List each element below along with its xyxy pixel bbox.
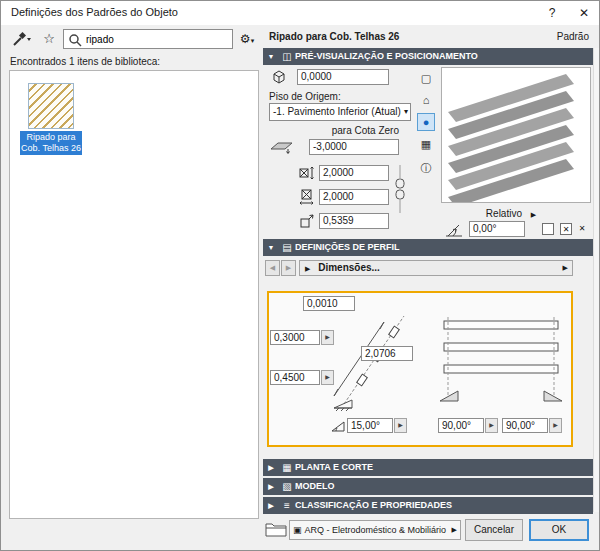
to-zero-label: para Cota Zero <box>301 125 399 136</box>
relative-label: Relativo <box>486 208 522 219</box>
elevation-field[interactable]: 0,0000 <box>297 69 389 85</box>
search-settings-button[interactable]: ⚙▾ <box>235 29 259 49</box>
preview-front-button[interactable]: ⌂ <box>417 91 435 109</box>
section-classification[interactable]: ▶≡CLASSIFICAÇÃO E PROPRIEDADES <box>263 497 593 514</box>
info-icon: ⓘ <box>421 162 432 174</box>
search-icon <box>68 33 82 47</box>
preview-info-button[interactable]: ⓘ <box>417 159 435 177</box>
list-item[interactable]: Ripado para Cob. Telhas 26 <box>10 71 258 161</box>
section-model[interactable]: ▶▧MODELO <box>263 478 593 495</box>
library-results-list[interactable]: Ripado para Cob. Telhas 26 <box>9 70 259 519</box>
home-story-select[interactable]: -1. Pavimento Inferior (Atual) ▾ <box>269 103 411 121</box>
preview-axo-button[interactable]: ▦ <box>417 135 435 153</box>
battens-preview-image <box>442 68 590 202</box>
slope-angle-field[interactable]: 15,00° <box>347 418 393 433</box>
library-item-name[interactable]: Ripado para Cob. Telhas 26 <box>20 131 82 155</box>
object-settings-dialog: Definições dos Padrões do Objeto ? ✕ ☆ ⚙… <box>0 0 600 551</box>
section-profile[interactable]: ▼▤DEFINIÇÕES DE PERFIL <box>263 239 593 256</box>
batten-spacing-field[interactable]: 0,4500 <box>270 370 320 385</box>
section-label: PRÉ-VISUALIZAÇÃO E POSICIONAMENTO <box>295 51 478 61</box>
classification-section-icon: ≡ <box>279 497 295 514</box>
section-preview-positioning[interactable]: ▼◫PRÉ-VISUALIZAÇÃO E POSICIONAMENTO <box>263 48 593 65</box>
collapse-arrow-icon: ▼ <box>263 48 279 65</box>
size-width-icon <box>299 189 315 205</box>
favorites-button[interactable]: ☆ <box>37 29 61 49</box>
window-title: Definições dos Padrões do Objeto <box>11 6 178 18</box>
collapse-arrow-icon: ▶ <box>263 478 279 495</box>
preview-3d-button[interactable]: ● <box>417 113 435 131</box>
section-plan-section[interactable]: ▶▦PLANTA E CORTE <box>263 459 593 476</box>
search-results-text: Encontrados 1 itens de biblioteca: <box>10 56 160 67</box>
gear-icon: ⚙ <box>240 32 251 46</box>
model-section-icon: ▧ <box>279 478 295 495</box>
chevron-down-icon: ▾ <box>404 104 408 120</box>
front-view-icon: ⌂ <box>423 94 430 106</box>
library-folder-select[interactable]: ▣ARQ - Eletrodoméstico & Mobiliário ▶ <box>289 520 461 540</box>
pickup-parameters-button[interactable] <box>9 29 35 49</box>
right-panel-scrollbar[interactable] <box>593 48 600 512</box>
rotation-angle-field[interactable]: 0,00° <box>469 221 525 237</box>
help-button[interactable]: ? <box>537 1 567 25</box>
param-page-prev-button[interactable]: ◀ <box>265 260 280 276</box>
chain-link-icon <box>393 165 407 213</box>
arrow-right-icon: ▶ <box>325 334 330 340</box>
batten-height-field[interactable]: 0,3000 <box>270 330 320 345</box>
flip-option-button[interactable]: ✕ <box>576 223 588 235</box>
library-folder-button[interactable] <box>265 521 289 539</box>
arrow-right-icon: ▶ <box>531 211 536 218</box>
ok-button[interactable]: OK <box>529 519 589 541</box>
library-item-thumbnail[interactable] <box>28 83 74 129</box>
section-label: CLASSIFICAÇÃO E PROPRIEDADES <box>295 500 452 510</box>
end-angle-right-expander[interactable]: ▶ <box>549 418 562 433</box>
end-angle-left-expander[interactable]: ▶ <box>485 418 498 433</box>
arrow-left-icon: ◀ <box>270 264 275 271</box>
section-label: DEFINIÇÕES DE PERFIL <box>295 242 400 252</box>
plan-section-icon: ▦ <box>279 459 295 476</box>
size-depth-icon <box>299 213 315 229</box>
length-field[interactable]: 2,0706 <box>361 346 413 361</box>
library-search <box>63 29 233 49</box>
arrow-right-icon: ▶ <box>563 261 568 275</box>
state-label: Padrão <box>541 31 589 42</box>
end-angle-right-field[interactable]: 90,00° <box>502 418 548 433</box>
home-story-value: -1. Pavimento Inferior (Atual) <box>273 106 401 117</box>
object-3d-preview[interactable] <box>441 67 591 203</box>
size-x-field[interactable]: 2,0000 <box>319 165 389 181</box>
batten-height-expander[interactable]: ▶ <box>321 330 334 345</box>
arrow-right-icon: ▶ <box>553 422 558 428</box>
titlebar: Definições dos Padrões do Objeto ? ✕ <box>1 1 600 25</box>
close-button[interactable]: ✕ <box>569 1 599 25</box>
param-page-selector[interactable]: ▶ Dimensões... ▶ <box>299 260 573 276</box>
rotation-axis-icon <box>444 222 464 238</box>
slope-angle-expander[interactable]: ▶ <box>394 418 407 433</box>
home-story-label: Piso de Origem: <box>269 91 341 102</box>
param-page-next-button[interactable]: ▶ <box>281 260 296 276</box>
arrow-right-icon: ▶ <box>452 521 457 539</box>
library-folder-value: ARQ - Eletrodoméstico & Mobiliário <box>305 525 447 535</box>
mirror-checkbox[interactable] <box>542 223 554 235</box>
cancel-button[interactable]: Cancelar <box>465 519 523 541</box>
preview-plan-button[interactable]: ▢ <box>417 69 435 87</box>
chevron-down-icon: ▾ <box>251 37 255 44</box>
collapse-arrow-icon: ▶ <box>263 497 279 514</box>
proportion-chain-button[interactable] <box>393 165 407 213</box>
slab-offset-icon <box>269 139 295 155</box>
search-input[interactable] <box>86 31 226 47</box>
collapse-arrow-icon: ▼ <box>263 239 279 256</box>
size-height-icon <box>299 165 315 181</box>
flip-checkbox[interactable]: ✕ <box>560 223 572 235</box>
to-zero-field[interactable]: -3,0000 <box>309 139 399 155</box>
project-zero-icon <box>269 69 289 85</box>
relative-button[interactable]: Relativo ▶ <box>459 207 563 221</box>
star-icon: ☆ <box>43 31 55 46</box>
folder-icon <box>265 521 287 537</box>
end-angle-left-field[interactable]: 90,00° <box>438 418 484 433</box>
size-z-field[interactable]: 0,5359 <box>319 213 389 229</box>
object-name: Ripado para Cob. Telhas 26 <box>269 31 399 42</box>
batten-spacing-expander[interactable]: ▶ <box>321 370 334 385</box>
section-label: PLANTA E CORTE <box>295 462 373 472</box>
batten-thickness-field[interactable]: 0,0010 <box>303 296 355 311</box>
size-y-field[interactable]: 2,0000 <box>319 189 389 205</box>
axonometry-icon: ▦ <box>421 138 431 150</box>
collapse-arrow-icon: ▶ <box>263 459 279 476</box>
